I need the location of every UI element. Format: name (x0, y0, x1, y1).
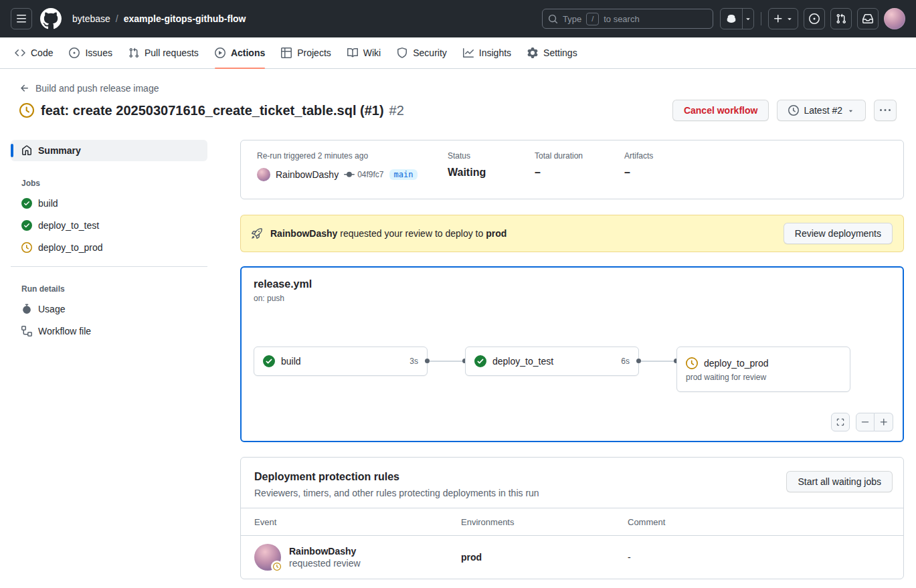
header-divider (761, 12, 761, 25)
commit-ref[interactable]: 04f9fc7 (344, 169, 383, 180)
plus-icon (879, 417, 889, 427)
hamburger-button[interactable] (11, 8, 32, 29)
reviewer-avatar[interactable] (254, 544, 281, 571)
tab-issues[interactable]: Issues (62, 37, 118, 68)
create-new-button[interactable] (768, 8, 798, 29)
waiting-badge (271, 561, 283, 573)
sidebar-item-workflow-file[interactable]: Workflow file (11, 320, 207, 342)
search-placeholder-prefix: Type (563, 14, 581, 24)
back-link[interactable]: Build and push release image (19, 83, 159, 94)
tab-pull-requests[interactable]: Pull requests (122, 37, 205, 68)
review-request-text: RainbowDashy requested your review to de… (270, 228, 775, 239)
tab-label: Insights (479, 47, 511, 58)
rules-header-text: Deployment protection rules Reviewers, t… (254, 471, 539, 498)
check-circle-icon (474, 355, 486, 367)
sidebar-usage-label: Usage (38, 304, 65, 314)
jobs-heading: Jobs (11, 179, 207, 188)
slash-key-hint: / (586, 13, 599, 25)
sidebar-job-label: build (38, 198, 58, 209)
duration-column: Total duration – (535, 151, 624, 188)
content: Summary Jobs build deploy_to_test deploy… (0, 140, 916, 579)
sidebar-item-usage[interactable]: Usage (11, 298, 207, 320)
run-actions: Cancel workflow Latest #2 (672, 100, 897, 121)
sidebar-item-summary[interactable]: Summary (11, 140, 207, 161)
global-header: bytebase / example-gitops-github-flow Ty… (0, 0, 916, 37)
graph-node-deploy-to-test[interactable]: deploy_to_test 6s (465, 347, 639, 376)
sidebar-job-deploy-to-prod[interactable]: deploy_to_prod (11, 236, 207, 258)
artifacts-value: – (624, 167, 887, 179)
sidebar-divider (11, 266, 207, 267)
chevron-down-icon (786, 15, 794, 23)
tab-label: Actions (231, 47, 265, 58)
connector-dot (425, 359, 430, 363)
rocket-icon (252, 228, 262, 239)
branch-badge[interactable]: main (389, 169, 418, 180)
breadcrumb-separator: / (116, 13, 118, 24)
banner-actor: RainbowDashy (270, 228, 337, 239)
global-search-input[interactable]: Type / to search (542, 9, 713, 29)
page-title: feat: create 202503071616_create_ticket_… (41, 103, 384, 118)
run-main: Re-run triggered 2 minutes ago RainbowDa… (240, 140, 904, 579)
breadcrumb-org[interactable]: bytebase (72, 13, 110, 24)
pull-requests-button[interactable] (830, 8, 852, 29)
cancel-workflow-button[interactable]: Cancel workflow (672, 100, 769, 121)
sidebar-job-label: deploy_to_prod (38, 242, 103, 253)
tab-code[interactable]: Code (8, 37, 60, 68)
workflow-file-name: release.yml (254, 278, 891, 290)
artifacts-label: Artifacts (624, 151, 887, 161)
tab-label: Wiki (363, 47, 381, 58)
sidebar-job-deploy-to-test[interactable]: deploy_to_test (11, 214, 207, 236)
tab-settings[interactable]: Settings (521, 37, 584, 68)
event-action: requested review (289, 558, 361, 569)
connector-line (430, 361, 463, 362)
status-label: Status (448, 151, 535, 161)
column-header-comment: Comment (628, 517, 903, 527)
breadcrumb-repo[interactable]: example-gitops-github-flow (124, 13, 246, 24)
graph-node-deploy-to-prod[interactable]: deploy_to_prod prod waiting for review (676, 347, 850, 392)
tab-wiki[interactable]: Wiki (341, 37, 387, 68)
plus-icon (773, 13, 784, 24)
search-icon (548, 14, 558, 24)
graph-node-build[interactable]: build 3s (254, 347, 428, 376)
column-header-environments: Environments (461, 517, 628, 527)
inbox-icon (862, 13, 873, 24)
copilot-menu-caret[interactable] (742, 9, 753, 29)
sidebar-job-label: deploy_to_test (38, 220, 99, 231)
run-options-kebab-button[interactable] (874, 100, 897, 121)
gear-icon (527, 47, 538, 58)
waiting-clock-icon (19, 103, 34, 118)
graph-node-duration: 3s (409, 357, 418, 366)
zoom-out-button[interactable] (856, 413, 875, 431)
issues-button[interactable] (804, 8, 825, 29)
tab-actions[interactable]: Actions (208, 37, 272, 68)
hamburger-icon (16, 13, 27, 24)
tab-label: Projects (297, 47, 331, 58)
actor-name[interactable]: RainbowDashy (276, 169, 339, 180)
start-all-waiting-jobs-button[interactable]: Start all waiting jobs (786, 471, 893, 492)
workflow-trigger: on: push (254, 294, 891, 303)
artifacts-column: Artifacts – (624, 151, 887, 188)
git-pull-request-icon (128, 47, 139, 58)
tab-insights[interactable]: Insights (456, 37, 518, 68)
tab-security[interactable]: Security (390, 37, 454, 68)
zoom-controls (856, 413, 893, 431)
sidebar-job-build[interactable]: build (11, 192, 207, 214)
tab-projects[interactable]: Projects (274, 37, 338, 68)
inbox-button[interactable] (857, 8, 879, 29)
issue-opened-icon (69, 47, 80, 58)
code-icon (15, 47, 25, 58)
copilot-button[interactable] (720, 8, 754, 29)
review-deployments-button[interactable]: Review deployments (784, 223, 893, 244)
github-logo[interactable] (40, 8, 62, 29)
tab-label: Settings (543, 47, 577, 58)
actor-avatar[interactable] (257, 168, 270, 181)
trigger-text: Re-run triggered 2 minutes ago (257, 151, 448, 161)
connector-dot (636, 359, 641, 363)
user-avatar[interactable] (884, 8, 905, 29)
zoom-in-button[interactable] (875, 413, 893, 431)
tab-label: Code (31, 47, 53, 58)
latest-run-dropdown[interactable]: Latest #2 (777, 100, 866, 121)
reviewer-name[interactable]: RainbowDashy (289, 546, 361, 557)
rules-header: Deployment protection rules Reviewers, t… (241, 458, 903, 508)
fullscreen-button[interactable] (831, 413, 850, 431)
